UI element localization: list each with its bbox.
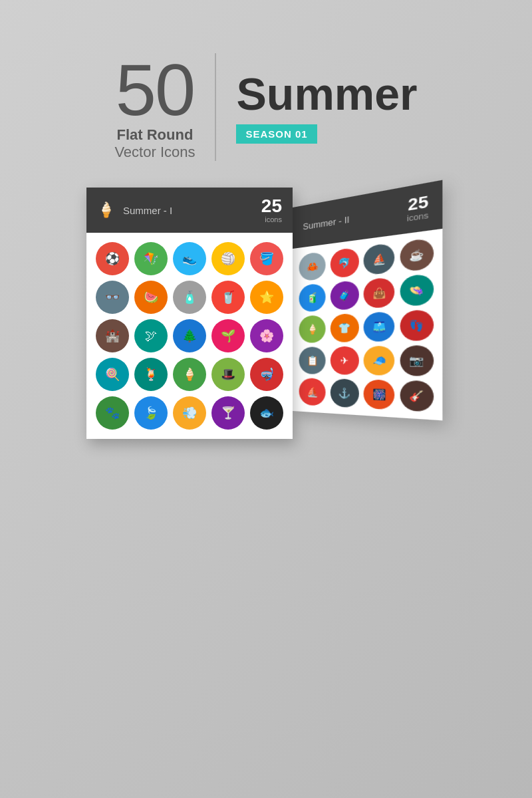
front-icon-24: 🐟 — [250, 396, 283, 430]
back-icon-14: 🧢 — [364, 346, 395, 376]
front-icon-22: 💨 — [173, 396, 206, 430]
front-icon-17: 🍦 — [173, 358, 206, 391]
front-icon-0: ⚽ — [96, 242, 129, 275]
cards-container: Summer - II 25 icons 🦀🐬⛵☕🧃🧳👜👒🍦👕🩳👣📋✈🧢📷⛵⚓🎆… — [0, 188, 532, 653]
front-icon-14: 🌸 — [250, 319, 283, 352]
ice-cream-icon: 🍦 — [97, 201, 115, 219]
back-icon-3: ☕ — [400, 238, 433, 273]
front-icon-1: 🪁 — [134, 242, 168, 275]
back-icon-13: ✈ — [330, 346, 358, 375]
front-icon-18: 🎩 — [211, 358, 245, 391]
card-front-count: 25 icons — [261, 197, 282, 223]
season-badge: SEASON 01 — [236, 124, 317, 144]
back-icon-2: ⛵ — [364, 243, 395, 275]
card-front-count-number: 25 — [261, 197, 282, 215]
front-icon-9: ⭐ — [250, 281, 283, 314]
card-front-header-left: 🍦 Summer - I — [97, 201, 172, 219]
front-icon-3: 🏐 — [211, 242, 245, 275]
back-icon-1: 🐬 — [330, 247, 358, 279]
back-icon-18: 🎆 — [364, 380, 395, 410]
front-icon-8: 🥤 — [211, 281, 245, 314]
front-icon-23: 🍸 — [211, 396, 245, 430]
back-icon-4: 🧃 — [299, 283, 326, 313]
front-icon-5: 👓 — [96, 281, 129, 314]
front-icon-11: 🕊 — [134, 319, 168, 352]
header-left: 50 Flat Round Vector Icons — [114, 53, 216, 161]
back-icon-11: 👣 — [400, 310, 433, 342]
card-front-count-label: icons — [261, 215, 282, 223]
back-icon-12: 📋 — [299, 347, 326, 375]
card-back-icons-grid: 🦀🐬⛵☕🧃🧳👜👒🍦👕🩳👣📋✈🧢📷⛵⚓🎆🎸 — [293, 229, 442, 420]
front-icon-7: 🧴 — [173, 281, 206, 314]
back-icon-15: 📷 — [400, 345, 433, 376]
front-icon-6: 🍉 — [134, 281, 168, 314]
card-back-title: Summer - II — [303, 214, 349, 232]
back-icon-16: ⛵ — [299, 378, 326, 407]
back-icon-0: 🦀 — [299, 251, 326, 281]
back-icon-17: ⚓ — [330, 379, 358, 408]
flat-round-label: Flat Round — [117, 126, 194, 144]
back-icon-19: 🎸 — [400, 380, 433, 412]
front-icon-20: 🐾 — [96, 396, 129, 430]
front-icon-21: 🍃 — [134, 396, 168, 430]
front-icon-15: 🍭 — [96, 358, 129, 391]
back-icon-8: 🍦 — [299, 315, 326, 343]
front-icon-12: 🌲 — [173, 319, 206, 352]
summer-title: Summer — [236, 71, 417, 116]
vector-icons-label: Vector Icons — [114, 144, 195, 161]
card-front-icons-grid: ⚽🪁👟🏐🪣👓🍉🧴🥤⭐🏰🕊🌲🌱🌸🍭🍹🍦🎩🤿🐾🍃💨🍸🐟 — [86, 233, 293, 439]
back-icon-5: 🧳 — [330, 281, 358, 311]
back-icon-6: 👜 — [364, 277, 395, 309]
front-icon-19: 🤿 — [250, 358, 283, 391]
card-back-count: 25 icons — [407, 194, 428, 223]
back-icon-7: 👒 — [400, 274, 433, 307]
card-back-count-label: icons — [407, 211, 428, 223]
card-back: Summer - II 25 icons 🦀🐬⛵☕🧃🧳👜👒🍦👕🩳👣📋✈🧢📷⛵⚓🎆… — [293, 180, 442, 421]
front-icon-10: 🏰 — [96, 319, 129, 352]
front-icon-16: 🍹 — [134, 358, 168, 391]
front-icon-13: 🌱 — [211, 319, 245, 352]
card-front: 🍦 Summer - I 25 icons ⚽🪁👟🏐🪣👓🍉🧴🥤⭐🏰🕊🌲🌱🌸🍭🍹🍦… — [86, 188, 293, 439]
header-section: 50 Flat Round Vector Icons Summer SEASON… — [114, 53, 417, 161]
front-icon-4: 🪣 — [250, 242, 283, 275]
card-back-header-left: Summer - II — [303, 214, 349, 232]
front-icon-2: 👟 — [173, 242, 206, 275]
card-front-header: 🍦 Summer - I 25 icons — [86, 188, 293, 233]
back-icon-9: 👕 — [330, 313, 358, 342]
card-front-title: Summer - I — [123, 205, 172, 216]
header-right: Summer SEASON 01 — [216, 71, 417, 144]
big-number: 50 — [116, 53, 194, 126]
back-icon-10: 🩳 — [364, 312, 395, 342]
